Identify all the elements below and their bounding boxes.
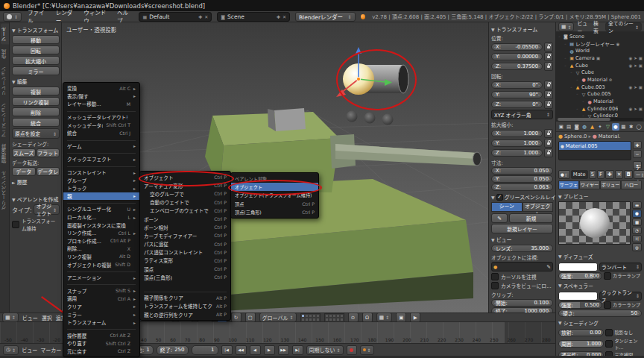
layer-toggle[interactable] (340, 318, 344, 321)
parent-submenu-item[interactable] (144, 283, 227, 292)
snap-magnet-button[interactable]: Ω (362, 313, 373, 322)
view-panel-header[interactable]: ▼ ビュー (491, 236, 553, 243)
editor-type-button[interactable]: ◷ ⇕ (3, 345, 19, 355)
material-type-toggle[interactable]: ワイヤー (579, 180, 600, 189)
context-menu-item[interactable] (67, 283, 136, 285)
preview-cube-button[interactable]: ■ (632, 219, 642, 226)
visibility-eye-icon[interactable]: ◉ (628, 107, 632, 111)
render-opengl-anim-button[interactable]: ▶ (410, 313, 420, 322)
set-origin-dropdown[interactable]: 原点を設定 ⇕ (12, 128, 60, 139)
current-frame-field[interactable]: 1 (192, 345, 218, 355)
lock-object-field[interactable]: ● ✎ (491, 262, 553, 271)
rotation-field[interactable]: ‹X: 0°› (491, 81, 543, 89)
context-menu-item[interactable]: プロキシ作成... Ctrl Alt P (63, 237, 139, 245)
rotation-field[interactable]: ‹Z: 0°› (491, 101, 543, 108)
location-field[interactable]: ‹Y: 0.00000› (491, 53, 543, 60)
tangent-checkbox[interactable] (605, 340, 613, 348)
dimension-field[interactable]: ‹Z: 0.063› (491, 183, 553, 191)
outliner-row[interactable]: ◦ ▤ レンダーレイヤー ◉ ◉ ➤ ▣ (556, 40, 644, 48)
properties-tab[interactable]: ◯ (636, 123, 643, 131)
selectability-cursor-icon[interactable]: ➤ (634, 63, 637, 68)
renderability-camera-icon[interactable]: ▣ (639, 107, 643, 111)
outliner-row[interactable]: ◍ World ◉ ➤ ▣ (556, 47, 644, 54)
context-menu-item[interactable]: 変換 Alt C ▸ (63, 84, 139, 92)
context-menu-item[interactable]: リンク複製 Alt D (63, 253, 139, 261)
context-menu-item[interactable]: 削除... X (63, 245, 139, 253)
tool-shelf-tab[interactable]: リレーション (1, 63, 9, 98)
add-scene-icon[interactable]: ✚ (277, 14, 280, 19)
grease-pencil-panel-header[interactable]: ▼ ✓ グリースペンシルレイ (491, 193, 553, 201)
ambient-slider[interactable]: 周囲: 1.000 (558, 340, 604, 348)
shading-panel-header[interactable]: ▼ シェーディング (556, 318, 644, 328)
diffuse-intensity-slider[interactable]: 強度: 0.800 (558, 272, 602, 280)
editor-type-button[interactable]: ▦ ⇕ (558, 22, 574, 31)
parent-submenu-item[interactable]: エンベロープのウェイトで Ctrl P (140, 207, 230, 215)
add-slot-button[interactable]: ✚ (633, 141, 642, 149)
context-menu-item[interactable]: 操作履歴 Ctrl Alt Z (63, 331, 139, 339)
orientation-dropdown[interactable]: グローバル ⇕ (259, 313, 297, 322)
outliner-row[interactable]: ◦ ▣ Camera ▣ ◉ ➤ ▣ (556, 54, 644, 62)
outliner-menu-search[interactable]: 検索 (593, 19, 602, 34)
parent-submenu-item[interactable]: 親子関係をクリア Alt P (140, 294, 230, 302)
tool-shelf-tab[interactable]: グリースペンシル (1, 168, 9, 213)
parent-submenu-item[interactable]: アーマチュア変形 Ctrl P (140, 181, 230, 189)
scale-field[interactable]: ‹Y: 1.000› (491, 139, 543, 147)
remove-slot-button[interactable]: − (633, 150, 642, 158)
specular-intensity-slider[interactable]: 強度: 0.500 (558, 301, 602, 309)
grease-pencil-checkbox[interactable]: ✓ (496, 194, 503, 201)
viewport-menu-select[interactable]: 選択 (42, 314, 52, 321)
lock-scene-button[interactable]: ⊙ (348, 313, 359, 322)
link-data-dropdown[interactable]: データ ⇕ (634, 170, 644, 179)
parent-submenu-item[interactable]: トランスフォームを維持してクリア Alt P (140, 302, 230, 310)
preview-panel-header[interactable]: ▼ プレビュー (556, 191, 644, 201)
renderability-camera-icon[interactable]: ▣ (639, 56, 643, 60)
material-type-toggle[interactable]: ボリュー (600, 180, 621, 189)
clip-end-field[interactable]: ‹終了: 1000.000› (491, 307, 553, 313)
outliner-row[interactable]: ◦ ▽ Cube ◉ ➤ ▣ (556, 69, 644, 76)
render-opengl-button[interactable]: ▣ (396, 313, 406, 322)
properties-tab[interactable]: ● (612, 123, 619, 131)
transform-panel-header[interactable]: ▼ トランスフォーム (12, 26, 60, 34)
snap-element-dropdown[interactable]: ▦ ⇕ (376, 313, 393, 322)
outliner-filter-dropdown[interactable]: 全てのシーン ⇕ (605, 22, 642, 31)
close-screen-icon[interactable]: ✕ (204, 14, 208, 19)
parent-submenu-item[interactable]: 親との逆行列をクリア Alt P (140, 310, 230, 318)
close-scene-icon[interactable]: ✕ (282, 14, 286, 19)
gp-scene-toggle[interactable]: シーン (491, 202, 523, 212)
outliner-row[interactable]: ◦ ● Material ⊗ ◉ ➤ ▣ (556, 76, 644, 84)
shade-flat-button[interactable]: フラット (37, 148, 60, 157)
outliner-row[interactable]: ◦ ▲ Cylinder.006 ◉ ➤ ▣ (556, 105, 644, 113)
properties-tab[interactable]: ▽ (604, 123, 611, 131)
context-menu-item[interactable]: 統合 Ctrl J (63, 129, 139, 137)
outliner-menu-view[interactable]: ビュー (577, 19, 590, 34)
visibility-eye-icon[interactable]: ◉ (628, 56, 632, 60)
material-slot-list[interactable]: ● Material.005 (558, 141, 631, 160)
selectability-cursor-icon[interactable]: ➤ (634, 56, 637, 60)
context-menu-item[interactable]: メッシュデータの転送 Shift Ctrl T (63, 121, 139, 129)
specular-ramp-checkbox[interactable] (604, 301, 611, 309)
preview-monkey-button[interactable]: ◔ (632, 227, 642, 234)
properties-tab[interactable]: ✦ (596, 123, 603, 131)
outliner-row[interactable]: ◦ ▽ Cube.005 ◉ ➤ ▣ (556, 91, 644, 98)
dimension-field[interactable]: ‹Y: 0.050› (491, 175, 553, 183)
material-type-toggle[interactable]: ハロー (621, 180, 642, 189)
lock-icon[interactable] (544, 139, 553, 148)
eyedropper-icon[interactable]: ✎ (546, 264, 551, 270)
parent-submenu-item[interactable]: ボーン相対 Ctrl P (140, 223, 230, 231)
transform-tool-button[interactable]: 移動 (12, 35, 60, 44)
context-menu-item[interactable]: トランスフォーム ▸ (63, 318, 139, 327)
properties-tab[interactable]: ▣ (558, 123, 564, 131)
context-menu-item[interactable]: 親 ▸ (63, 192, 139, 201)
context-menu-item[interactable] (67, 139, 136, 141)
frame-end-field[interactable]: 終了: 250 (157, 345, 189, 355)
parent-submenu-item[interactable]: ボーン Ctrl P (140, 215, 230, 223)
outliner-row[interactable]: ◦ ▲ Cube.003 ◉ ➤ ▣ (556, 84, 644, 91)
edit-panel-header[interactable]: ▼ 編集 (12, 78, 60, 85)
material-name-field[interactable]: Mate (571, 170, 588, 179)
specular-color-swatch[interactable] (558, 292, 598, 301)
scale-field[interactable]: ‹Z: 1.000› (491, 149, 543, 157)
diffuse-color-swatch[interactable] (558, 263, 598, 271)
lock-icon[interactable] (544, 43, 553, 51)
keying-set-dropdown[interactable]: ⇕ (360, 345, 374, 355)
fake-user-button[interactable]: F (597, 170, 604, 179)
